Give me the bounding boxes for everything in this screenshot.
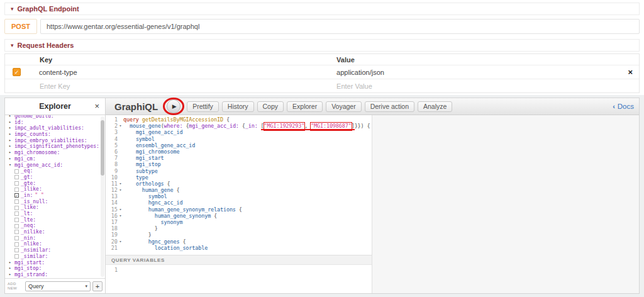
checkbox-icon[interactable] [14, 169, 19, 174]
delete-header-icon[interactable]: × [628, 67, 639, 77]
explorer-operator--like[interactable]: _like: [9, 205, 99, 211]
editor-code[interactable]: query getDetailsByMGIAccessionID { mouse… [123, 116, 372, 255]
docs-button[interactable]: ‹ Docs [613, 103, 634, 110]
code-line[interactable]: hgnc_acc_id [123, 199, 372, 206]
explorer-operator--ilike[interactable]: _ilike: [9, 186, 99, 193]
checkbox-icon[interactable] [14, 181, 19, 186]
checkbox-icon[interactable] [14, 230, 19, 234]
code-line[interactable]: human_gene_synonym_relations { [123, 206, 372, 213]
checkbox-icon[interactable] [14, 224, 19, 228]
explorer-field-mgi-start[interactable]: ▸mgi_start: [9, 260, 99, 266]
code-line[interactable]: mgi_stop [123, 161, 372, 167]
explorer-operator--lt[interactable]: _lt: [9, 211, 99, 217]
copy-button[interactable]: Copy [257, 101, 284, 112]
checkbox-icon[interactable] [14, 242, 19, 247]
execute-button[interactable]: ▶ [167, 99, 180, 113]
operation-type-select[interactable]: Query ▾ [25, 281, 91, 291]
explorer-field-impc-adult-viabilities[interactable]: ▸impc_adult_viabilities: [9, 125, 99, 132]
code-line[interactable]: query getDetailsByMGIAccessionID { [123, 116, 372, 123]
code-token [123, 199, 148, 206]
new-header-key-input[interactable] [40, 80, 326, 92]
checkbox-icon[interactable] [14, 206, 19, 210]
code-line[interactable]: symbol [123, 136, 372, 142]
explorer-close-icon[interactable]: × [94, 101, 99, 111]
add-operation-button[interactable]: + [92, 281, 103, 291]
fold-arrow-icon[interactable]: ▾ [118, 181, 123, 187]
checkbox-icon[interactable] [14, 248, 19, 252]
endpoint-url-input[interactable] [40, 19, 640, 34]
explorer-operator--eq[interactable]: _eq: [9, 168, 99, 174]
code-line[interactable]: mgi_start [123, 155, 372, 161]
explorer-operator--nilike[interactable]: _nilike: [9, 229, 99, 235]
fold-arrow-icon[interactable]: ▾ [118, 206, 123, 213]
fold-arrow-icon[interactable]: ▾ [118, 213, 123, 219]
explorer-field-impc-counts[interactable]: ▸impc_counts: [9, 132, 99, 138]
explorer-operator--nsimilar[interactable]: _nsimilar: [9, 247, 99, 254]
checkbox-icon[interactable] [14, 218, 19, 222]
code-token [123, 123, 130, 129]
code-line[interactable]: synonym [123, 219, 372, 225]
explorer-field-mgi-strand[interactable]: ▸mgi_strand: [9, 272, 99, 278]
explorer-field-impc-significant-phenotypes[interactable]: ▸impc_significant_phenotypes: [9, 143, 99, 150]
analyze-button[interactable]: Analyze [418, 101, 452, 112]
new-header-value-input[interactable] [336, 80, 609, 92]
code-line[interactable]: human_gene { [123, 187, 372, 193]
explorer-operator--gte[interactable]: _gte: [9, 181, 99, 187]
code-line[interactable]: subtype [123, 168, 372, 174]
explorer-operator--in[interactable]: ✓_in:" " [9, 193, 99, 199]
variables-code-input[interactable] [123, 265, 372, 293]
endpoint-section-header[interactable]: ▾ GraphQL Endpoint [4, 3, 640, 15]
explorer-operator--nlike[interactable]: _nlike: [9, 241, 99, 247]
code-line[interactable]: hgnc_genes { [123, 238, 372, 245]
header-enabled-checkbox[interactable]: ✓ [13, 68, 21, 76]
explorer-operator--gt[interactable]: _gt: [9, 174, 99, 181]
explorer-field-mgi-gene-acc-id[interactable]: ▾mgi_gene_acc_id: [9, 162, 99, 169]
checkbox-icon[interactable] [14, 199, 19, 204]
code-line[interactable]: location_sortable [123, 245, 372, 251]
checkbox-icon[interactable] [14, 188, 19, 192]
code-line[interactable]: type [123, 174, 372, 181]
explorer-field-mgi-stop[interactable]: ▸mgi_stop: [9, 266, 99, 272]
headers-section-header[interactable]: ▾ Request Headers [4, 39, 640, 52]
http-method-label[interactable]: POST [4, 19, 37, 34]
explorer-field-mgi-cm[interactable]: ▸mgi_cm: [9, 156, 99, 162]
checkbox-icon[interactable] [14, 254, 19, 259]
header-key-text[interactable]: content-type [39, 69, 77, 76]
query-variables-header[interactable]: QUERY VARIABLES [106, 255, 372, 265]
code-line[interactable]: human_gene_synonym { [123, 213, 372, 219]
query-editor-code-area[interactable]: 12▾34567891011▾12▾131415▾16▾17181920▾21 … [106, 115, 372, 255]
fold-arrow-icon[interactable]: ▾ [118, 187, 123, 193]
fold-arrow-icon[interactable]: ▾ [118, 123, 123, 129]
explorer-operator--is-null[interactable]: _is_null: [9, 199, 99, 205]
code-line[interactable]: } [123, 232, 372, 238]
fold-arrow-icon[interactable]: ▾ [118, 238, 123, 245]
history-button[interactable]: History [222, 101, 254, 112]
explorer-button[interactable]: Explorer [287, 101, 323, 112]
explorer-operator--neq[interactable]: _neq: [9, 223, 99, 229]
voyager-button[interactable]: Voyager [326, 101, 362, 112]
scrollbar-thumb[interactable] [101, 120, 104, 176]
explorer-operator--nin[interactable]: _nin: [9, 235, 99, 242]
code-token: { [367, 123, 370, 129]
checkbox-icon[interactable] [14, 211, 19, 216]
checkbox-icon[interactable] [14, 175, 19, 179]
code-line[interactable]: ensembl_gene_acc_id [123, 142, 372, 148]
explorer-field-id[interactable]: ▸id: [9, 120, 99, 126]
code-line[interactable]: mgi_chromosome [123, 148, 372, 155]
explorer-operator--similar[interactable]: _similar: [9, 254, 99, 260]
code-line[interactable]: symbol [123, 193, 372, 199]
code-line[interactable]: orthologs { [123, 181, 372, 187]
explorer-field-impc-embryo-viabilities[interactable]: ▸impc_embryo_viabilities: [9, 138, 99, 144]
explorer-field-genome-build[interactable]: ▸genome_build: [9, 115, 99, 120]
derive-action-button[interactable]: Derive action [365, 101, 414, 112]
checkbox-icon[interactable] [14, 236, 19, 240]
explorer-field-mgi-chromosome[interactable]: ▸mgi_chromosome: [9, 150, 99, 156]
checkbox-icon[interactable]: ✓ [14, 193, 19, 198]
code-line[interactable]: } [123, 225, 372, 232]
explorer-operator--lte[interactable]: _lte: [9, 217, 99, 223]
explorer-operator-value[interactable]: " " [35, 193, 43, 199]
prettify-button[interactable]: Prettify [187, 101, 219, 112]
explorer-scrollbar[interactable] [101, 116, 104, 277]
header-value-text[interactable]: application/json [336, 69, 384, 76]
code-line[interactable]: mouse_gene(where: {mgi_gene_acc_id: {_in… [123, 123, 372, 129]
